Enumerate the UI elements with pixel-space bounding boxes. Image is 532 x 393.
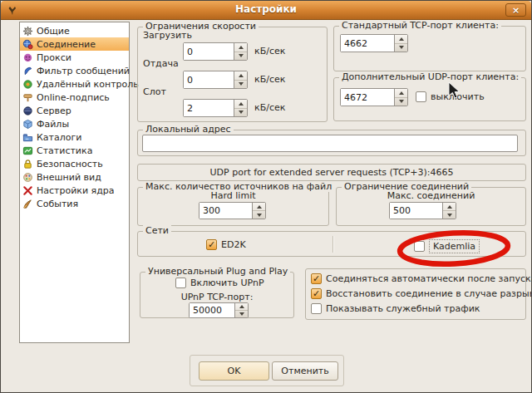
sidebar-item-general[interactable]: Общие xyxy=(20,24,129,37)
upload-label: Отдача xyxy=(143,58,179,69)
max-sources-group: Макс. количество источников на файл Hard… xyxy=(137,187,329,226)
spin-up-icon[interactable] xyxy=(234,71,247,81)
sidebar-item-remote-control[interactable]: Удалённый контроль xyxy=(20,77,129,91)
spin-down-icon[interactable] xyxy=(395,44,407,52)
udp-disable-checkbox[interactable]: выключить xyxy=(416,91,485,102)
ok-button[interactable]: OK xyxy=(199,361,269,381)
sidebar-item-label: Статистика xyxy=(37,145,92,156)
download-limit-input[interactable] xyxy=(184,43,234,60)
directories-icon xyxy=(22,132,33,143)
checkbox-label: Показывать служебный трафик xyxy=(326,303,480,314)
tcp-port-spinner[interactable] xyxy=(340,34,408,52)
spin-down-icon[interactable] xyxy=(234,52,247,61)
online-signature-icon xyxy=(22,92,33,103)
slot-allocation-spinner[interactable] xyxy=(183,99,248,117)
sidebar-item-label: Настройки ядра xyxy=(37,185,115,196)
kademlia-checkbox[interactable]: Kademlia xyxy=(414,239,480,253)
group-title: Универсальный Plug and Play xyxy=(145,266,290,277)
max-connections-spinner[interactable] xyxy=(389,202,456,219)
sidebar-item-label: Безопасность xyxy=(37,159,103,169)
sidebar-item-server[interactable]: Сервер xyxy=(20,104,129,117)
sidebar-item-statistics[interactable]: Статистика xyxy=(20,144,129,157)
spin-down-icon[interactable] xyxy=(234,81,247,89)
group-title: Дополнительный UDP-порт клиента: xyxy=(339,71,521,82)
hard-limit-label: Hard limit xyxy=(138,190,328,201)
gear-icon xyxy=(22,26,33,37)
udp-port-input[interactable] xyxy=(341,89,394,106)
sidebar-item-label: Сервер xyxy=(37,106,71,116)
tcp-port-group: Стандартный TCP-порт клиента: xyxy=(333,26,526,71)
core-settings-x-icon xyxy=(22,185,33,196)
upnp-port-input[interactable] xyxy=(190,303,234,317)
slot-allocation-input[interactable] xyxy=(184,100,234,116)
unit-label: кБ/сек xyxy=(254,74,285,85)
enable-upnp-checkbox[interactable]: Включить UPnP xyxy=(175,278,264,288)
cancel-button[interactable]: Отменить xyxy=(272,361,338,381)
spin-up-icon[interactable] xyxy=(443,203,456,211)
sidebar-item-events[interactable]: События xyxy=(20,197,129,210)
upload-limit-spinner[interactable] xyxy=(183,71,248,89)
sidebar-item-online-signature[interactable]: Online-подпись xyxy=(20,91,129,104)
sidebar-item-security[interactable]: Безопасность xyxy=(20,157,129,170)
sidebar-item-label: Фильтр сообщений xyxy=(37,66,130,76)
checkbox-label: выключить xyxy=(431,91,485,102)
reconnect-checkbox[interactable]: Восстановить соединение в случае разрыва xyxy=(311,288,532,299)
checkbox-checked-icon[interactable] xyxy=(311,288,322,299)
tcp-port-input[interactable] xyxy=(341,35,394,52)
close-icon[interactable]: × xyxy=(505,3,526,17)
checkbox-checked-icon[interactable] xyxy=(206,239,217,250)
checkbox-icon[interactable] xyxy=(416,91,426,102)
udp-port-spinner[interactable] xyxy=(340,88,408,106)
dialog-buttons-frame: OK Отменить xyxy=(190,355,344,386)
vertical-separator xyxy=(332,236,334,253)
sidebar-item-label: Внешний вид xyxy=(37,172,101,183)
titlebar[interactable]: Настройки × xyxy=(1,1,531,20)
spin-down-icon[interactable] xyxy=(253,211,265,219)
hard-limit-input[interactable] xyxy=(200,203,252,219)
ed2k-checkbox[interactable]: ED2K xyxy=(206,239,246,250)
spin-down-icon[interactable] xyxy=(234,109,247,117)
max-connections-input[interactable] xyxy=(390,203,442,219)
udp-port-group: Дополнительный UDP-порт клиента: выключи… xyxy=(333,77,526,121)
spin-down-icon[interactable] xyxy=(235,311,248,317)
checkbox-icon[interactable] xyxy=(311,303,322,314)
checkbox-icon[interactable] xyxy=(414,241,425,252)
sidebar-item-label: Прокси xyxy=(37,52,71,63)
sidebar-item-connection[interactable]: Соединение xyxy=(20,37,129,51)
sidebar-item-appearance[interactable]: Внешний вид xyxy=(20,170,129,184)
spin-up-icon[interactable] xyxy=(234,100,247,109)
window-title: Настройки xyxy=(1,3,531,15)
statistics-icon xyxy=(22,145,33,156)
show-overhead-checkbox[interactable]: Показывать служебный трафик xyxy=(311,303,480,314)
sidebar-item-label: Общие xyxy=(37,26,70,37)
checkbox-label: Восстановить соединение в случае разрыва xyxy=(326,288,532,299)
download-label: Загрузить xyxy=(143,30,192,41)
hard-limit-spinner[interactable] xyxy=(199,202,266,219)
spin-up-icon[interactable] xyxy=(253,203,265,211)
spin-up-icon[interactable] xyxy=(235,303,248,311)
preferences-dialog: Настройки × Общие Соединение Прокси Филь… xyxy=(0,0,532,393)
spin-down-icon[interactable] xyxy=(443,211,456,219)
spin-up-icon[interactable] xyxy=(395,35,407,44)
sidebar-item-label: Удалённый контроль xyxy=(37,79,139,90)
sidebar-item-core-settings[interactable]: Настройки ядра xyxy=(20,184,129,197)
spin-up-icon[interactable] xyxy=(234,43,247,52)
sidebar-item-proxy[interactable]: Прокси xyxy=(20,51,129,64)
checkbox-checked-icon[interactable] xyxy=(311,273,322,284)
spin-down-icon[interactable] xyxy=(395,98,407,106)
spin-up-icon[interactable] xyxy=(395,89,407,98)
sidebar-item-label: Каталоги xyxy=(37,132,81,143)
download-limit-spinner[interactable] xyxy=(183,42,248,61)
upload-limit-input[interactable] xyxy=(184,71,234,88)
upnp-port-spinner[interactable] xyxy=(189,302,249,318)
autoconnect-checkbox[interactable]: Соединяться автоматически после запуска xyxy=(311,273,532,284)
sidebar-item-label: События xyxy=(37,199,78,209)
sidebar-item-files[interactable]: Файлы xyxy=(20,117,129,130)
local-address-input[interactable] xyxy=(142,135,518,152)
sidebar-item-message-filter[interactable]: Фильтр сообщений xyxy=(20,64,129,77)
udp-extended-port-text: UDP port for extended server requests (T… xyxy=(138,167,525,178)
group-title: Сети xyxy=(143,225,171,236)
checkbox-icon[interactable] xyxy=(175,278,186,288)
group-title: Локальный адрес xyxy=(143,124,234,135)
sidebar-item-directories[interactable]: Каталоги xyxy=(20,130,129,144)
